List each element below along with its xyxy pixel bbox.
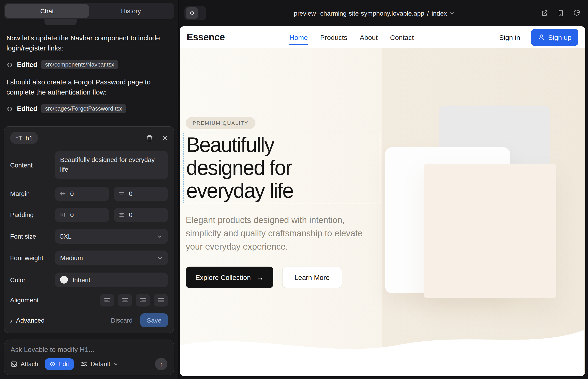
site-nav-links: Home Products About Contact	[289, 26, 414, 48]
hero-cta-group: Explore Collection → Learn More	[186, 267, 342, 288]
external-link-icon[interactable]	[541, 9, 549, 17]
explore-label: Explore Collection	[195, 273, 251, 281]
edited-label: Edited	[17, 61, 37, 68]
edited-file-badge[interactable]: src/components/Navbar.tsx	[41, 60, 119, 69]
align-justify-button[interactable]	[154, 294, 168, 306]
hero-section: PREMIUM QUALITY Beautifully designed for…	[180, 48, 585, 376]
alignment-label: Alignment	[10, 297, 55, 304]
align-center-button[interactable]	[118, 294, 132, 306]
sliders-icon	[80, 361, 87, 367]
chat-sidebar: Chat History Now let's update the Navbar…	[0, 0, 179, 379]
font-size-row: Font size 5XL	[10, 229, 168, 244]
margin-label: Margin	[10, 190, 55, 197]
color-value: Inherit	[73, 276, 90, 283]
edit-target-icon	[50, 361, 56, 367]
align-left-button[interactable]	[100, 294, 114, 306]
font-weight-row: Font weight Medium	[10, 251, 168, 266]
tab-history[interactable]: History	[89, 4, 173, 18]
sign-in-link[interactable]: Sign in	[499, 33, 520, 41]
element-tag-pill: TT h1	[10, 132, 38, 144]
advanced-label: Advanced	[16, 316, 45, 324]
chevron-right-icon: ›	[10, 317, 12, 324]
url-separator: /	[427, 9, 429, 17]
code-preview-toggle[interactable]	[184, 6, 206, 20]
sidebar-tabs: Chat History	[4, 3, 174, 19]
editor-footer: › Advanced Discard Save	[10, 313, 168, 327]
edit-label: Edit	[59, 361, 69, 367]
chevron-down-icon	[450, 11, 455, 16]
align-right-button[interactable]	[136, 294, 150, 306]
font-weight-value: Medium	[60, 254, 157, 262]
mobile-icon[interactable]	[557, 9, 565, 17]
font-size-select[interactable]: 5XL	[55, 229, 168, 244]
browser-toolbar: preview--charming-site-symphony.lovable.…	[179, 0, 588, 26]
padding-y-input[interactable]: 0	[114, 208, 168, 222]
default-label: Default	[91, 361, 110, 367]
hero-heading-line: everyday life	[186, 179, 380, 202]
site-brand[interactable]: Essence	[187, 32, 225, 43]
padding-row: Padding 0 0	[10, 208, 168, 222]
color-swatch	[60, 276, 68, 284]
sign-up-button[interactable]: Sign up	[531, 29, 578, 46]
typography-icon: TT	[15, 135, 22, 141]
explore-collection-button[interactable]: Explore Collection →	[186, 267, 273, 288]
code-icon	[6, 105, 13, 112]
send-arrow-icon: ↑	[160, 360, 163, 368]
align-left-icon	[104, 298, 110, 303]
content-input[interactable]: Beautifully designed for everyday life	[55, 151, 168, 180]
font-size-label: Font size	[10, 233, 55, 240]
browser-actions	[541, 0, 581, 26]
color-label: Color	[10, 276, 55, 283]
nav-link-home[interactable]: Home	[289, 33, 308, 41]
decor-card-cream	[424, 164, 556, 298]
nav-link-products[interactable]: Products	[320, 33, 347, 41]
chevron-down-icon	[157, 233, 163, 239]
close-icon[interactable]: ✕	[162, 134, 168, 141]
margin-x-input[interactable]: 0	[55, 187, 109, 201]
save-button[interactable]: Save	[140, 313, 168, 327]
element-editor-panel: TT h1 ✕ Content Beautifully designed for…	[4, 126, 174, 333]
attach-button[interactable]: Attach	[11, 361, 38, 367]
delete-element-button[interactable]	[146, 134, 154, 142]
tab-chat[interactable]: Chat	[5, 4, 89, 18]
url-bar[interactable]: preview--charming-site-symphony.lovable.…	[211, 0, 538, 26]
padding-x-icon	[60, 212, 66, 218]
hero-heading-line: designed for	[186, 157, 380, 179]
app-window: Chat History Now let's update the Navbar…	[0, 0, 588, 379]
edited-file-badge[interactable]: src/pages/ForgotPassword.tsx	[41, 104, 126, 113]
discard-button[interactable]: Discard	[111, 316, 133, 324]
margin-x-value: 0	[70, 190, 74, 197]
hero-heading-line: Beautifully	[186, 134, 380, 157]
composer-toolbar: Attach Edit Default	[11, 358, 167, 370]
hero-heading[interactable]: Beautifully designed for everyday life	[184, 133, 380, 202]
chevron-down-icon	[157, 255, 163, 261]
padding-x-value: 0	[70, 211, 74, 219]
color-select[interactable]: Inherit	[55, 272, 168, 287]
nav-link-about[interactable]: About	[360, 33, 377, 41]
align-justify-icon	[157, 298, 164, 303]
learn-more-button[interactable]: Learn More	[282, 267, 342, 288]
align-center-icon	[122, 298, 128, 303]
sign-up-label: Sign up	[548, 33, 572, 41]
code-toggle-icon	[186, 7, 198, 19]
element-tag-label: h1	[25, 134, 32, 142]
composer-input[interactable]: Ask Lovable to modify H1...	[11, 346, 167, 353]
advanced-toggle[interactable]: › Advanced	[10, 316, 45, 324]
site-preview: Essence Home Products About Contact Sign…	[180, 26, 585, 376]
padding-x-input[interactable]: 0	[55, 208, 109, 222]
font-weight-select[interactable]: Medium	[55, 251, 168, 266]
align-right-icon	[140, 298, 146, 303]
editor-header: TT h1 ✕	[10, 132, 168, 144]
refresh-icon[interactable]	[573, 9, 581, 17]
margin-y-icon	[118, 190, 125, 197]
model-selector[interactable]: Default	[80, 361, 119, 367]
edit-mode-button[interactable]: Edit	[45, 358, 74, 370]
edited-file-row: Edited src/pages/ForgotPassword.tsx	[6, 104, 171, 113]
clipped-chip[interactable]	[45, 19, 77, 25]
selected-heading-outline[interactable]: Beautifully designed for everyday life	[184, 133, 380, 203]
margin-y-input[interactable]: 0	[114, 187, 168, 201]
send-button[interactable]: ↑	[155, 358, 167, 370]
font-weight-label: Font weight	[10, 254, 55, 262]
arrow-right-icon: →	[257, 273, 264, 281]
nav-link-contact[interactable]: Contact	[390, 33, 414, 41]
